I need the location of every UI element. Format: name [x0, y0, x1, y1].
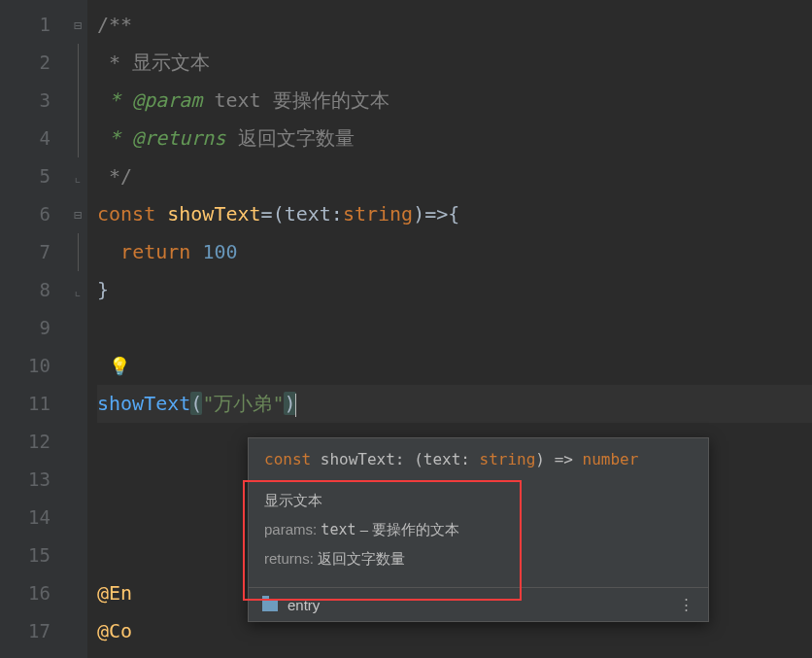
code-line: /** — [97, 6, 812, 44]
line-number-gutter: 1 2 3 4 5 6 7 8 9 10 11 12 13 14 15 16 1… — [0, 0, 68, 658]
doc-description: 显示文本 — [264, 486, 693, 515]
code-editor: 1 2 3 4 5 6 7 8 9 10 11 12 13 14 15 16 1… — [0, 0, 812, 658]
code-line: return 100 — [97, 233, 812, 271]
line-number: 3 — [0, 82, 51, 120]
line-number: 15 — [0, 537, 51, 574]
line-number: 8 — [0, 271, 51, 309]
code-line — [97, 309, 812, 347]
line-number: 10 — [0, 347, 51, 385]
line-number: 16 — [0, 574, 51, 612]
signature-line: const showText: (text: string) => number — [249, 438, 708, 478]
string-literal: "万小弟" — [202, 392, 284, 415]
line-number: 6 — [0, 195, 51, 233]
code-line: * @returns 返回文字数量 — [97, 120, 812, 157]
code-line: * 显示文本 — [97, 44, 812, 82]
line-number: 1 — [0, 6, 51, 44]
line-number: 9 — [0, 309, 51, 347]
line-number: 14 — [0, 499, 51, 537]
line-number: 2 — [0, 44, 51, 82]
line-number: 5 — [0, 157, 51, 195]
code-line: 💡 — [97, 347, 812, 385]
function-call: showText — [97, 392, 190, 415]
fold-toggle[interactable]: ⊟ — [68, 195, 87, 233]
line-number: 7 — [0, 233, 51, 271]
jsdoc-close: */ — [97, 164, 132, 188]
doc-source-label: entry — [288, 597, 320, 613]
code-line: */ — [97, 157, 812, 195]
doc-returns-label: returns: — [264, 550, 314, 567]
quick-doc-tooltip: const showText: (text: string) => number… — [248, 437, 709, 622]
code-area[interactable]: /** * 显示文本 * @param text 要操作的文本 * @retur… — [87, 0, 812, 658]
const-keyword: const — [97, 202, 167, 225]
code-line: const showText=(text:string)=>{ — [97, 195, 812, 233]
jsdoc-open: /** — [97, 13, 132, 36]
line-number: 11 — [0, 385, 51, 423]
code-line: } — [97, 271, 812, 309]
lightbulb-icon[interactable]: 💡 — [109, 356, 130, 376]
jsdoc-returns-tag: * @returns — [97, 126, 238, 150]
jsdoc-param-tag: * @param — [97, 88, 214, 112]
annotation: @Co — [97, 619, 132, 642]
line-number: 13 — [0, 461, 51, 499]
fold-column: ⊟ ⌞ ⊟ ⌞ — [68, 0, 87, 658]
folder-icon — [262, 599, 278, 611]
fold-end: ⌞ — [68, 271, 87, 309]
fold-toggle[interactable]: ⊟ — [68, 6, 87, 44]
doc-params-label: params: — [264, 521, 317, 537]
line-number: 17 — [0, 612, 51, 650]
doc-body: 显示文本 params: text – 要操作的文本 returns: 返回文字… — [249, 478, 708, 587]
annotation: @En — [97, 581, 132, 605]
return-keyword: return — [120, 240, 202, 263]
code-line: * @param text 要操作的文本 — [97, 82, 812, 120]
text-cursor — [295, 394, 296, 417]
function-name: showText — [167, 202, 260, 225]
code-line-current: showText("万小弟") — [97, 385, 812, 423]
fold-end: ⌞ — [68, 157, 87, 195]
line-number: 4 — [0, 120, 51, 157]
doc-footer: entry ⋮ — [249, 587, 708, 621]
line-number: 12 — [0, 423, 51, 461]
more-menu-icon[interactable]: ⋮ — [679, 596, 694, 613]
